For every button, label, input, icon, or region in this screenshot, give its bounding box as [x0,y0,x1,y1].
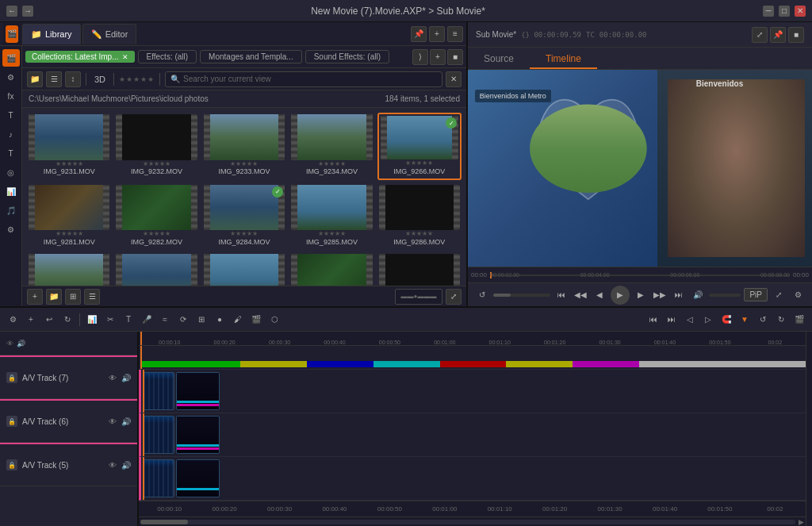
preview-tab-source[interactable]: Source [468,50,530,69]
scroll-track[interactable] [140,520,795,524]
tl-warp-btn[interactable]: ⟳ [175,312,191,328]
tl-settings-btn[interactable]: ⚙ [5,312,21,328]
tracks-scrollbar-v[interactable] [806,332,812,526]
col-menu-btn[interactable]: ■ [447,49,463,65]
nav-forward-btn[interactable]: → [22,6,33,17]
nav-back-btn[interactable]: ← [6,6,17,17]
tl-paint-btn[interactable]: 🖌 [230,312,246,328]
strip-btn-film[interactable]: 🎬 [6,25,18,43]
track-5-clip-1[interactable] [143,459,174,497]
star-filter[interactable]: ★★★★★ [119,75,155,83]
minimize-btn[interactable]: ─ [763,6,774,17]
tl-text-btn[interactable]: T [121,312,136,328]
media-item-11[interactable]: ★★★★★ IMG_9292.MOV [114,252,198,286]
media-item-0[interactable]: ★★★★★ IMG_9231.MOV [27,113,111,180]
step-back-btn[interactable]: ◀◀ [573,287,588,303]
play-btn[interactable]: ▶ [611,286,630,305]
tl-refresh-btn[interactable]: ↻ [59,312,75,328]
strip-fx-btn[interactable]: fx [2,87,20,105]
media-item-5[interactable]: ★★★★★ IMG_9281.MOV [27,183,111,249]
collection-effects[interactable]: Effects: (all) [138,50,197,63]
preview-export-btn[interactable]: ⤢ [752,27,768,43]
fullscreen-btn[interactable]: ⤢ [771,287,787,303]
grid-expand-btn[interactable]: ⤢ [446,289,462,305]
strip-music-btn[interactable]: ♪ [2,125,20,143]
settings-btn[interactable]: ⚙ [790,287,806,303]
step-fwd-btn[interactable]: ▶▶ [652,287,668,303]
col-expand-btn[interactable]: ⟩ [412,49,428,65]
timeline-scroll[interactable]: ▶ [139,516,806,526]
tl-cut-btn[interactable]: ✂ [102,312,118,328]
pip-button[interactable]: PiP [744,288,768,301]
tab-pin-btn[interactable]: 📌 [411,26,427,42]
tl-redo2-btn[interactable]: ↻ [773,312,789,328]
media-item-2[interactable]: ★★★★★ IMG_9233.MOV [202,113,286,180]
track-7-clip-1[interactable] [143,372,174,410]
search-box[interactable]: 🔍 Search your current view [165,71,442,87]
tl-grid-btn[interactable]: ⊞ [193,312,209,328]
track-5-clip-2[interactable] [176,459,220,497]
track-7-eye[interactable]: 👁 [109,374,117,382]
tab-library[interactable]: 📁 Library [22,24,81,44]
grid-add-btn[interactable]: + [27,289,43,305]
collection-sound[interactable]: Sound Effects: (all) [305,50,389,63]
tl-r2-btn[interactable]: ▷ [700,312,716,328]
list-view-btn[interactable]: ☰ [46,71,62,87]
tl-wave-btn[interactable]: ≈ [157,312,173,328]
tl-skip-btn[interactable]: ⏮ [645,312,661,328]
media-item-3[interactable]: ★★★★★ IMG_9234.MOV [289,113,373,180]
media-item-9[interactable]: ★★★★★ IMG_9286.MOV [377,183,462,249]
strip-text-btn[interactable]: T [2,106,20,124]
tab-add-btn[interactable]: + [429,26,445,42]
skip-start-btn[interactable]: ⏮ [553,287,569,303]
strip-film-btn[interactable]: 🎬 [2,49,20,67]
master-eye[interactable]: 👁 [6,340,13,347]
collection-montages[interactable]: Montages and Templa... [200,50,302,63]
track-7-lock[interactable]: 🔒 [6,372,17,383]
tl-end-btn[interactable]: ⏭ [664,312,680,328]
tl-circle-btn[interactable]: ● [212,312,228,328]
media-item-1[interactable]: ★★★★★ IMG_9232.MOV [114,113,198,180]
media-item-13[interactable]: ★★★★★ IMG_9296.MOV [289,252,373,286]
tl-hex-btn[interactable]: ⬡ [266,312,282,328]
media-item-7[interactable]: ✓ ★★★★★ IMG_9284.MOV [202,183,286,249]
preview-pin-btn[interactable]: 📌 [770,27,786,43]
scroll-thumb[interactable] [140,520,188,524]
grid-folder-btn[interactable]: 📁 [46,289,62,305]
tl-magnet-btn[interactable]: 🧲 [718,312,734,328]
timeline-progress-bar[interactable]: 00:00:02.00 00:00:04.00 00:00:06.00 00:0… [490,275,790,276]
strip-title-btn[interactable]: T [2,144,20,162]
tab-editor[interactable]: ✏️ Editor [82,24,137,44]
grid-list-btn[interactable]: ☰ [84,289,100,305]
collection-close[interactable]: ✕ [122,53,128,61]
tl-orange-btn[interactable]: ▼ [737,312,753,328]
active-collection[interactable]: Collections: Latest Imp... ✕ [25,51,135,63]
track-6-clip-1[interactable] [143,416,174,454]
volume-btn[interactable]: 🔊 [690,287,706,303]
media-item-6[interactable]: ★★★★★ IMG_9282.MOV [114,183,198,249]
grid-view-btn[interactable]: ⊞ [65,289,81,305]
preview-menu-btn[interactable]: ■ [788,27,804,43]
track-6-lock[interactable]: 🔒 [6,416,17,427]
skip-end-btn[interactable]: ⏭ [671,287,687,303]
tl-add-btn[interactable]: + [23,312,39,328]
strip-chart-btn[interactable]: 📊 [2,182,20,200]
tl-video-btn[interactable]: 🎬 [248,312,264,328]
track-7-clip-2[interactable] [176,372,220,410]
tl-r1-btn[interactable]: ◁ [682,312,698,328]
loop-btn[interactable]: ↺ [474,287,490,303]
track-5-eye[interactable]: 👁 [109,461,117,470]
tl-mic-btn[interactable]: 🎤 [139,312,155,328]
track-6-audio[interactable]: 🔊 [121,417,131,426]
media-item-12[interactable]: ★★★★★ IMG_9295.MOV [202,252,286,286]
media-item-4[interactable]: ✓ ★★★★★ IMG_9266.MOV [377,113,462,180]
volume-slider[interactable] [709,294,741,297]
strip-mask-btn[interactable]: ◎ [2,163,20,181]
track-5-audio[interactable]: 🔊 [121,461,131,470]
tl-film-btn[interactable]: 🎬 [791,312,807,328]
media-item-8[interactable]: ★★★★★ IMG_9285.MOV [289,183,373,249]
strip-bottom-btn[interactable]: ⚙ [2,221,20,238]
media-item-14[interactable]: ★★★★★ IMG_9298.MOV [377,252,462,286]
strip-audio-btn[interactable]: 🎵 [2,202,20,219]
close-btn[interactable]: ✕ [795,6,806,17]
